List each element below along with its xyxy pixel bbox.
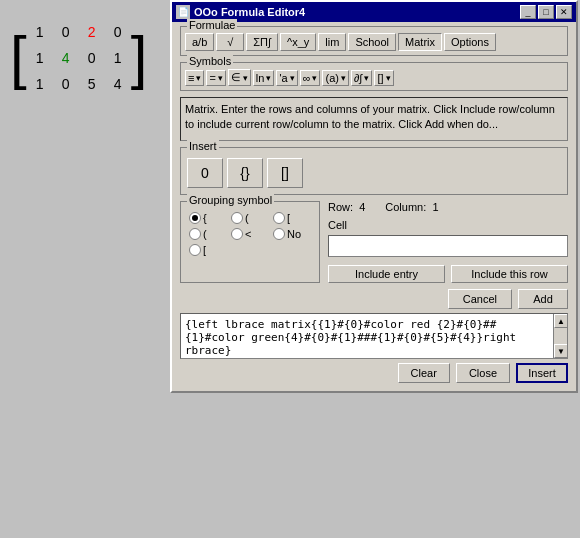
cell-input[interactable]	[328, 235, 568, 257]
matrix-cell: 4	[62, 50, 70, 66]
include-buttons-row: Include entry Include this row	[328, 265, 568, 283]
radio-label-1: (	[245, 212, 249, 224]
insert-legend: Insert	[187, 140, 219, 152]
grouping-grid: {([(<No[	[189, 206, 311, 256]
symbols-legend: Symbols	[187, 55, 233, 67]
radio-input-2[interactable]	[273, 212, 285, 224]
right-panel: Row: 4 Column: 1 Cell Include entry Incl…	[328, 201, 568, 283]
formula-btn-lim[interactable]: lim	[318, 33, 346, 51]
radio-label-0: {	[203, 212, 207, 224]
scroll-up-arrow[interactable]: ▲	[554, 314, 568, 328]
symbol-dropdown-4[interactable]: 'a▾	[276, 70, 297, 86]
insert-group: Insert 0{}[]	[180, 147, 568, 195]
matrix-display: [ 102014011054 ]	[10, 20, 147, 96]
matrix-cell: 1	[36, 76, 44, 92]
radio-input-4[interactable]	[231, 228, 243, 240]
symbol-dropdown-8[interactable]: []▾	[374, 70, 393, 86]
grouping-option-5[interactable]: No	[273, 228, 311, 240]
symbol-dropdown-2[interactable]: ∈▾	[228, 69, 251, 86]
symbols-row: ≡▾=▾∈▾ln▾'a▾∞▾(a)▾∂∫▾[]▾	[185, 65, 563, 86]
grouping-option-1[interactable]: (	[231, 212, 269, 224]
insert-row: 0{}[]	[187, 152, 561, 188]
matrix-cell: 1	[114, 50, 122, 66]
bracket-right: ]	[131, 28, 148, 88]
dialog-body: Formulae a/b√ΣΠ∫^x_ylimSchoolMatrixOptio…	[172, 22, 576, 391]
close-button-bottom[interactable]: Close	[456, 363, 510, 383]
matrix-cell: 5	[88, 76, 96, 92]
grouping-option-3[interactable]: (	[189, 228, 227, 240]
formula-textarea-container: ▲ ▼	[180, 313, 568, 359]
symbol-dropdown-0[interactable]: ≡▾	[185, 70, 204, 86]
insert-button[interactable]: Insert	[516, 363, 568, 383]
grouping-group: Grouping symbol {([(<No[	[180, 201, 320, 283]
cancel-button[interactable]: Cancel	[448, 289, 512, 309]
formula-btn-a/b[interactable]: a/b	[185, 33, 214, 51]
row-label: Row: 4	[328, 201, 365, 213]
radio-label-2: [	[287, 212, 290, 224]
matrix-cell: 4	[114, 76, 122, 92]
matrix-cell: 0	[62, 76, 70, 92]
grouping-legend: Grouping symbol	[187, 194, 274, 206]
title-buttons: _ □ ✕	[520, 5, 572, 19]
formula-btn-school[interactable]: School	[348, 33, 396, 51]
formula-editor-dialog: 📄 OOo Formula Editor4 _ □ ✕ Formulae a/b…	[170, 0, 578, 393]
row-value: 4	[359, 201, 365, 213]
symbol-dropdown-7[interactable]: ∂∫▾	[351, 70, 372, 86]
matrix-cell: 0	[88, 50, 96, 66]
formulae-legend: Formulae	[187, 19, 237, 31]
grouping-option-4[interactable]: <	[231, 228, 269, 240]
formulae-section: Formulae a/b√ΣΠ∫^x_ylimSchoolMatrixOptio…	[180, 26, 568, 56]
dialog-icon: 📄	[176, 5, 190, 19]
matrix-cell: 1	[36, 50, 44, 66]
insert-btn-0[interactable]: 0	[187, 158, 223, 188]
add-button[interactable]: Add	[518, 289, 568, 309]
formula-textarea[interactable]	[181, 314, 553, 358]
formula-btn-^x_y[interactable]: ^x_y	[280, 33, 316, 51]
radio-input-3[interactable]	[189, 228, 201, 240]
grouping-option-0[interactable]: {	[189, 212, 227, 224]
symbol-dropdown-6[interactable]: (a)▾	[322, 70, 348, 86]
formula-btn-√[interactable]: √	[216, 33, 244, 51]
bottom-row: Clear Close Insert	[180, 363, 568, 383]
matrix-cell: 0	[62, 24, 70, 40]
symbols-section: Symbols ≡▾=▾∈▾ln▾'a▾∞▾(a)▾∂∫▾[]▾	[180, 62, 568, 91]
formula-btn-σπ∫[interactable]: ΣΠ∫	[246, 33, 278, 51]
include-entry-button[interactable]: Include entry	[328, 265, 445, 283]
close-button[interactable]: ✕	[556, 5, 572, 19]
matrix-cell: 1	[36, 24, 44, 40]
radio-label-5: No	[287, 228, 301, 240]
symbol-dropdown-3[interactable]: ln▾	[253, 70, 275, 86]
symbol-dropdown-5[interactable]: ∞▾	[300, 70, 321, 86]
minimize-button[interactable]: _	[520, 5, 536, 19]
radio-input-0[interactable]	[189, 212, 201, 224]
insert-btn-1[interactable]: {}	[227, 158, 263, 188]
radio-input-6[interactable]	[189, 244, 201, 256]
scroll-down-arrow[interactable]: ▼	[554, 344, 568, 358]
radio-label-4: <	[245, 228, 251, 240]
insert-btn-2[interactable]: []	[267, 158, 303, 188]
formula-btn-matrix[interactable]: Matrix	[398, 33, 442, 51]
radio-label-3: (	[203, 228, 207, 240]
formula-btn-options[interactable]: Options	[444, 33, 496, 51]
include-row-button[interactable]: Include this row	[451, 265, 568, 283]
grouping-option-6[interactable]: [	[189, 244, 227, 256]
title-bar-left: 📄 OOo Formula Editor4	[176, 5, 305, 19]
formulae-row: a/b√ΣΠ∫^x_ylimSchoolMatrixOptions	[185, 29, 563, 51]
grouping-option-2[interactable]: [	[273, 212, 311, 224]
matrix-grid: 102014011054	[29, 20, 129, 96]
col-label: Column: 1	[385, 201, 438, 213]
clear-button[interactable]: Clear	[398, 363, 450, 383]
cell-label: Cell	[328, 219, 568, 231]
radio-input-5[interactable]	[273, 228, 285, 240]
radio-label-6: [	[203, 244, 206, 256]
matrix-cell: 2	[88, 24, 96, 40]
bracket-left: [	[10, 28, 27, 88]
scrollbar: ▲ ▼	[553, 314, 567, 358]
maximize-button[interactable]: □	[538, 5, 554, 19]
radio-input-1[interactable]	[231, 212, 243, 224]
action-row: Cancel Add	[180, 289, 568, 309]
symbol-dropdown-1[interactable]: =▾	[206, 70, 225, 86]
matrix-cell: 0	[114, 24, 122, 40]
dialog-title: OOo Formula Editor4	[194, 6, 305, 18]
row-col-info: Row: 4 Column: 1	[328, 201, 568, 213]
